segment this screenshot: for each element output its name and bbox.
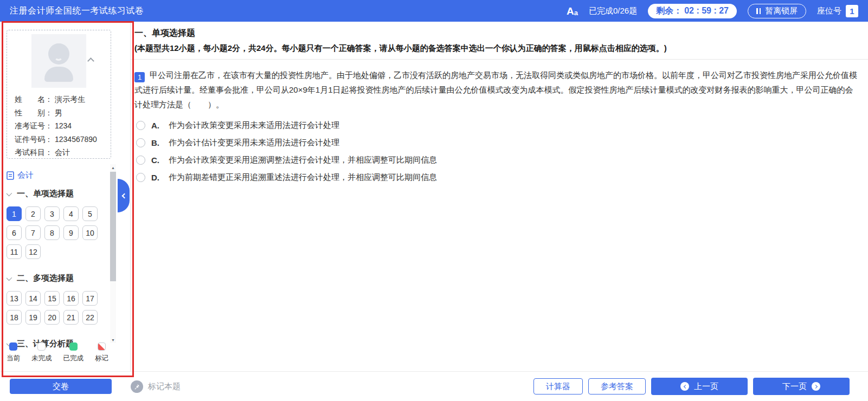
nav-section-title: 一、单项选择题 bbox=[17, 189, 74, 199]
submit-exam-button[interactable]: 交卷 bbox=[10, 379, 112, 394]
question-button-21[interactable]: 21 bbox=[63, 310, 79, 325]
question-button-6[interactable]: 6 bbox=[7, 225, 22, 240]
radio-icon[interactable] bbox=[136, 173, 145, 182]
option-letter: B. bbox=[151, 138, 163, 147]
user-info-row: 性 别： 男 bbox=[15, 106, 103, 120]
top-bar-right: Aa 已完成0/26题 剩余： 02 : 59 : 27 暂离锁屏 座位号 1 bbox=[567, 4, 858, 18]
question-button-3[interactable]: 3 bbox=[44, 206, 60, 221]
legend-label: 当前 bbox=[7, 354, 20, 363]
question-button-8[interactable]: 8 bbox=[44, 225, 60, 240]
chevron-up-icon[interactable] bbox=[87, 57, 94, 64]
pin-icon bbox=[131, 380, 143, 393]
question-button-20[interactable]: 20 bbox=[44, 310, 60, 325]
option-row[interactable]: B. 作为会计估计变更采用未来适用法进行会计处理 bbox=[136, 138, 858, 148]
option-text: 作为前期差错更正采用追溯重述法进行会计处理，并相应调整可比期间信息 bbox=[169, 172, 437, 183]
chevron-right-circle-icon bbox=[812, 382, 820, 391]
legend-swatch-icon bbox=[37, 342, 46, 351]
nav-scrollbar[interactable]: ▲ ▼ bbox=[110, 164, 116, 343]
scrollbar-thumb[interactable] bbox=[110, 172, 116, 281]
question-button-4[interactable]: 4 bbox=[63, 206, 79, 221]
user-info-value: 1234 bbox=[55, 119, 72, 133]
timer-pill: 剩余： 02 : 59 : 27 bbox=[648, 4, 737, 18]
question-button-5[interactable]: 5 bbox=[82, 206, 98, 221]
option-row[interactable]: D. 作为前期差错更正采用追溯重述法进行会计处理，并相应调整可比期间信息 bbox=[136, 172, 858, 183]
timer-value: 02 : 59 : 27 bbox=[684, 6, 729, 16]
footer-actions: 计算器 参考答案 上一页 下一页 bbox=[533, 378, 850, 395]
question-button-9[interactable]: 9 bbox=[63, 225, 79, 240]
scroll-down-icon[interactable]: ▼ bbox=[110, 337, 116, 343]
user-info-row: 证件号码： 1234567890 bbox=[15, 133, 103, 146]
prev-page-label: 上一页 bbox=[694, 381, 718, 392]
seat-label: 座位号 bbox=[817, 6, 841, 16]
question-button-11[interactable]: 11 bbox=[7, 244, 22, 259]
section-description: (本题型共12小题，每小题2分，共24分。每小题只有一个正确答案，请从每小题的备… bbox=[134, 43, 859, 54]
question-button-2[interactable]: 2 bbox=[25, 206, 41, 221]
question-button-17[interactable]: 17 bbox=[82, 291, 98, 306]
section-header: 一、单项选择题 (本题型共12小题，每小题2分，共24分。每小题只有一个正确答案… bbox=[131, 22, 868, 60]
radio-icon[interactable] bbox=[136, 138, 145, 147]
question-button-15[interactable]: 15 bbox=[44, 291, 60, 306]
seat-number: 1 bbox=[846, 5, 858, 17]
nav-section-title: 二、多项选择题 bbox=[17, 273, 74, 283]
chevron-left-icon bbox=[121, 193, 127, 198]
legend-swatch-icon bbox=[69, 342, 78, 351]
user-info-value: 演示考生 bbox=[55, 93, 85, 106]
question-grid: 123456789101112 bbox=[7, 206, 107, 259]
sidebar-collapse-button[interactable] bbox=[118, 179, 130, 212]
user-info-value: 男 bbox=[55, 106, 62, 120]
user-info-label: 考试科目： bbox=[15, 146, 53, 159]
legend-item: 标记 bbox=[95, 342, 108, 363]
bottom-bar: 交卷 标记本题 计算器 参考答案 上一页 下一页 bbox=[0, 371, 868, 401]
option-row[interactable]: A. 作为会计政策变更采用未来适用法进行会计处理 bbox=[136, 120, 858, 131]
user-info-row: 姓 名： 演示考生 bbox=[15, 93, 103, 106]
question-button-7[interactable]: 7 bbox=[25, 225, 41, 240]
question-grid: 13141516171819202122 bbox=[7, 291, 107, 325]
question-panel: 一、单项选择题 (本题型共12小题，每小题2分，共24分。每小题只有一个正确答案… bbox=[131, 22, 868, 371]
reference-answer-button[interactable]: 参考答案 bbox=[588, 378, 646, 394]
option-letter: D. bbox=[151, 173, 163, 182]
avatar bbox=[31, 34, 86, 88]
question-button-12[interactable]: 12 bbox=[25, 244, 41, 259]
calculator-button[interactable]: 计算器 bbox=[533, 378, 583, 394]
user-info-value: 会计 bbox=[55, 146, 70, 159]
user-info-label: 性 别： bbox=[15, 106, 53, 120]
mark-question-button[interactable]: 标记本题 bbox=[131, 380, 181, 393]
scroll-up-icon[interactable]: ▲ bbox=[110, 164, 116, 171]
chevron-down-icon bbox=[7, 274, 12, 280]
question-button-1[interactable]: 1 bbox=[7, 206, 22, 221]
seat-group: 座位号 1 bbox=[817, 5, 858, 17]
prev-page-button[interactable]: 上一页 bbox=[651, 378, 748, 395]
user-info-row: 考试科目： 会计 bbox=[15, 146, 103, 159]
question-button-16[interactable]: 16 bbox=[63, 291, 79, 306]
user-info-label: 准考证号： bbox=[15, 119, 53, 133]
pause-icon bbox=[756, 8, 761, 14]
option-letter: A. bbox=[151, 121, 163, 130]
section-title: 一、单项选择题 bbox=[134, 28, 859, 39]
nav-section-header[interactable]: 二、多项选择题 bbox=[8, 273, 107, 283]
question-button-13[interactable]: 13 bbox=[7, 291, 22, 306]
mark-question-label: 标记本题 bbox=[148, 381, 181, 392]
radio-icon[interactable] bbox=[136, 121, 145, 130]
nav-section: 一、单项选择题 123456789101112 bbox=[7, 189, 107, 259]
timer-label: 剩余： bbox=[656, 5, 682, 17]
option-row[interactable]: C. 作为会计政策变更采用追溯调整法进行会计处理，并相应调整可比期间信息 bbox=[136, 155, 858, 165]
question-button-10[interactable]: 10 bbox=[82, 225, 98, 240]
legend-item: 未完成 bbox=[31, 342, 52, 363]
question-button-19[interactable]: 19 bbox=[25, 310, 41, 325]
question-button-14[interactable]: 14 bbox=[25, 291, 41, 306]
font-size-icon[interactable]: Aa bbox=[567, 6, 578, 16]
next-page-button[interactable]: 下一页 bbox=[753, 378, 850, 395]
chevron-left-circle-icon bbox=[680, 382, 689, 391]
user-info-label: 证件号码： bbox=[15, 133, 53, 146]
pause-lock-button[interactable]: 暂离锁屏 bbox=[748, 4, 806, 18]
question-button-22[interactable]: 22 bbox=[82, 310, 98, 325]
exam-app: 注册会计师全国统一考试练习试卷 Aa 已完成0/26题 剩余： 02 : 59 … bbox=[0, 0, 868, 401]
legend-swatch-icon bbox=[9, 342, 17, 351]
subject-row: 会计 bbox=[7, 170, 107, 180]
question-button-18[interactable]: 18 bbox=[7, 310, 22, 325]
nav-section-header[interactable]: 一、单项选择题 bbox=[8, 189, 107, 199]
document-icon bbox=[7, 171, 14, 180]
option-text: 作为会计政策变更采用追溯调整法进行会计处理，并相应调整可比期间信息 bbox=[169, 155, 437, 165]
option-letter: C. bbox=[151, 156, 163, 165]
radio-icon[interactable] bbox=[136, 156, 145, 165]
